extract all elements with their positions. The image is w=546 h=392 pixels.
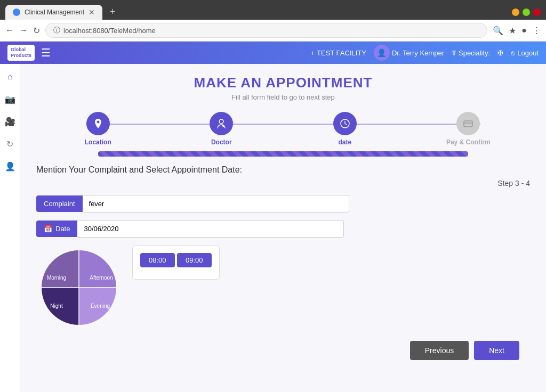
forward-button[interactable]: → [19,26,28,35]
logo-line1: Global [11,47,31,53]
main-layout: ⌂ 📷 🎥 ↻ 👤 MAKE AN APPOINTMENT Fill all f… [0,64,546,392]
calendar-icon: 📅 [44,225,52,233]
time-section: Morning Afternoon Evening Night 08:00 09… [36,245,530,330]
speciality-icon: ☤ [452,49,456,57]
date-input[interactable] [77,220,344,238]
sidebar: ⌂ 📷 🎥 ↻ 👤 [0,64,20,392]
logout-icon: ⎋ [511,49,515,57]
time-slot-0[interactable]: 08:00 [140,253,175,267]
nav-buttons: Previous Next [36,341,530,360]
svg-point-1 [219,119,223,124]
previous-button[interactable]: Previous [410,341,469,360]
date-label: 📅 Date [36,220,77,237]
complaint-field-group: Complaint [36,195,530,213]
step-date-circle [333,112,357,135]
step-doctor-circle [210,112,233,135]
page-title-section: MAKE AN APPOINTMENT Fill all form field … [36,75,530,101]
minimize-button[interactable] [512,9,519,16]
speciality-label: Speciality: [459,49,490,57]
step-location: Location [36,112,160,146]
logout-item[interactable]: ⎋ Logout [511,49,539,57]
logo-line2: Products [11,53,31,59]
toolbar-icons: 🔍 ★ ● ⋮ [493,26,541,36]
step-pay-circle [456,112,480,135]
pie-chart: Morning Afternoon Evening Night [36,245,122,330]
step-date-label: date [338,138,351,146]
tab-favicon [13,9,20,16]
url-text: localhost:8080/TeleMed/home [63,27,156,35]
account-icon[interactable]: ● [521,26,527,35]
close-button[interactable] [533,9,541,16]
browser-chrome: Clinical Management ✕ + [0,0,546,20]
pie-afternoon-label: Afternoon [90,275,113,281]
pie-evening-label: Evening [91,303,110,309]
svg-rect-3 [464,121,472,127]
step-doctor: Doctor [160,112,284,146]
header-right: + TEST FACILITY 👤 Dr. Terry Kemper ☤ Spe… [310,45,539,61]
complaint-input[interactable] [83,195,349,213]
svg-point-0 [14,10,19,15]
page-subtitle: Fill all form field to go to next step [36,93,530,101]
sidebar-camera[interactable]: 📷 [3,92,18,107]
time-slots-panel: 08:00 09:00 [132,245,220,280]
pie-morning-label: Morning [47,275,66,281]
progress-bar [98,151,469,157]
maximize-button[interactable] [523,9,530,16]
step-doctor-label: Doctor [211,138,232,146]
step-location-label: Location [85,138,111,146]
reload-button[interactable]: ↻ [33,26,40,36]
star-icon[interactable]: ★ [509,26,516,36]
sidebar-film[interactable]: 🎥 [3,114,18,129]
time-slot-1[interactable]: 09:00 [177,253,212,267]
step-date: date [283,112,407,146]
stepper: Location Doctor date Pay & Confirm [36,112,530,146]
facility-item[interactable]: + TEST FACILITY [310,49,366,57]
new-tab-button[interactable]: + [106,4,120,20]
app-logo: Global Products [7,45,35,61]
active-tab[interactable]: Clinical Management ✕ [5,5,102,20]
logout-label: Logout [517,49,539,57]
next-button[interactable]: Next [474,341,519,360]
speciality-item[interactable]: ☤ Speciality: [452,49,490,57]
facility-name: TEST FACILITY [317,49,366,57]
secure-icon: ⓘ [53,26,60,35]
close-tab-button[interactable]: ✕ [89,8,95,17]
tab-title: Clinical Management [25,9,84,16]
app-header: Global Products ☰ + TEST FACILITY 👤 Dr. … [0,42,546,64]
step-pay-label: Pay & Confirm [446,138,491,146]
step-pay: Pay & Confirm [407,112,531,146]
pie-night-label: Night [50,303,63,309]
back-button[interactable]: ← [5,26,14,35]
sidebar-person[interactable]: 👤 [3,159,18,174]
pie-svg: Morning Afternoon Evening Night [36,245,122,330]
doctor-name: Dr. Terry Kemper [392,49,444,57]
doctor-item[interactable]: 👤 Dr. Terry Kemper [374,45,444,61]
form-section-title: Mention Your Complaint and Select Appoin… [36,165,530,175]
facility-icon: + [310,49,315,57]
search-icon[interactable]: 🔍 [493,26,503,36]
sidebar-home[interactable]: ⌂ [3,69,18,84]
menu-icon[interactable]: ⋮ [532,26,541,36]
complaint-label: Complaint [36,195,83,212]
main-content: MAKE AN APPOINTMENT Fill all form field … [20,64,546,392]
hamburger-menu[interactable]: ☰ [41,46,51,59]
page-title: MAKE AN APPOINTMENT [36,75,530,91]
step-indicator: Step 3 - 4 [36,179,530,187]
tab-bar: Clinical Management ✕ + [5,4,508,20]
url-box[interactable]: ⓘ localhost:8080/TeleMed/home [45,23,487,38]
date-field-group: 📅 Date [36,220,530,238]
sidebar-history[interactable]: ↻ [3,136,18,151]
doctor-avatar: 👤 [374,45,390,61]
fullscreen-icon: ✠ [497,49,503,57]
window-controls [512,9,541,16]
fullscreen-item[interactable]: ✠ [497,49,503,57]
step-location-circle [86,112,110,135]
address-bar: ← → ↻ ⓘ localhost:8080/TeleMed/home 🔍 ★ … [0,20,546,42]
